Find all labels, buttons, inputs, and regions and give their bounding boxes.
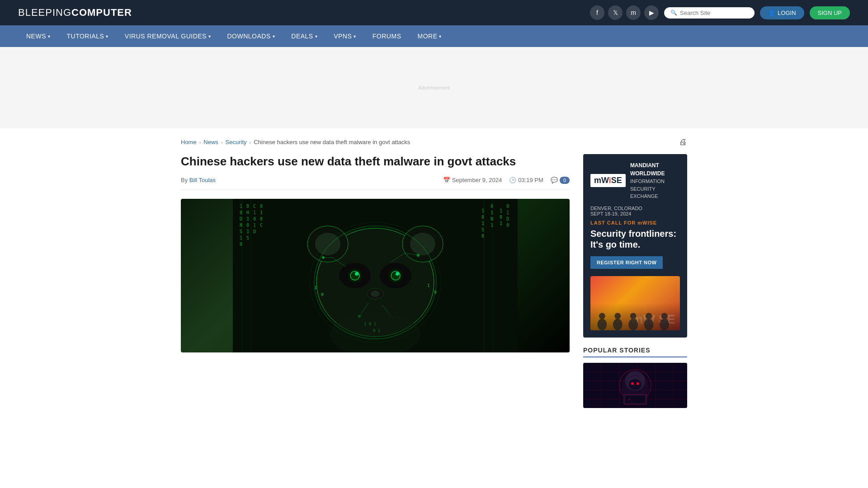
breadcrumb-news[interactable]: News bbox=[203, 139, 218, 145]
facebook-icon[interactable]: f bbox=[590, 5, 604, 20]
svg-text:0: 0 bbox=[246, 223, 249, 228]
main-nav: NEWS ▾ TUTORIALS ▾ VIRUS REMOVAL GUIDES … bbox=[0, 25, 868, 47]
panda-hacker-image: 10DNS10 0H101S C101D 010C 101S0 01N1 101… bbox=[181, 199, 570, 352]
twitter-icon[interactable]: 𝕏 bbox=[608, 5, 623, 20]
svg-text:0: 0 bbox=[506, 223, 509, 228]
svg-text:0: 0 bbox=[246, 204, 249, 209]
breadcrumb-current: Chinese hackers use new data theft malwa… bbox=[254, 139, 410, 145]
svg-point-83 bbox=[646, 313, 652, 319]
chevron-down-icon: ▾ bbox=[48, 34, 51, 39]
svg-text:1: 1 bbox=[500, 208, 502, 213]
svg-text:S: S bbox=[246, 235, 249, 240]
breadcrumb-security[interactable]: Security bbox=[226, 139, 247, 145]
svg-point-81 bbox=[630, 313, 637, 319]
svg-point-82 bbox=[644, 319, 654, 330]
content-wrapper: Home › News › Security › Chinese hackers… bbox=[163, 128, 705, 417]
article-date: 📅 September 9, 2024 bbox=[443, 177, 502, 183]
mwise-graphic: mW SE bbox=[590, 276, 680, 330]
svg-text:1: 1 bbox=[246, 216, 249, 221]
svg-point-80 bbox=[628, 319, 638, 330]
svg-point-54 bbox=[355, 272, 359, 276]
svg-point-100 bbox=[637, 382, 639, 385]
nav-deals[interactable]: DEALS ▾ bbox=[283, 25, 326, 47]
svg-point-76 bbox=[597, 319, 607, 330]
breadcrumb: Home › News › Security › Chinese hackers… bbox=[181, 137, 687, 147]
mwise-event-info: DENVER, COLORADO SEPT 18-19, 2024 bbox=[590, 206, 680, 216]
svg-point-57 bbox=[371, 291, 380, 297]
article-sidebar: mWiSE MANDIANT WORLDWIDE INFORMATION SEC… bbox=[583, 154, 687, 408]
register-button[interactable]: REGISTER RIGHT NOW bbox=[590, 256, 663, 269]
svg-text:0: 0 bbox=[321, 292, 323, 297]
social-icons: f 𝕏 m ▶ bbox=[590, 5, 659, 20]
main-layout: Chinese hackers use new data theft malwa… bbox=[181, 154, 687, 408]
svg-point-52 bbox=[350, 271, 359, 280]
svg-text:1: 1 bbox=[253, 223, 256, 228]
signup-button[interactable]: SIGN UP bbox=[810, 6, 850, 19]
svg-text:1: 1 bbox=[427, 283, 429, 288]
mwise-logo: mWiSE bbox=[590, 174, 626, 187]
meta-right: 📅 September 9, 2024 🕒 03:19 PM 💬 0 bbox=[443, 177, 570, 184]
nav-more[interactable]: MORE ▾ bbox=[409, 25, 450, 47]
logo-bold: COMPUTER bbox=[71, 7, 132, 18]
svg-text:1: 1 bbox=[253, 210, 256, 215]
popular-stories-title: POPULAR STORIES bbox=[583, 347, 687, 357]
youtube-icon[interactable]: ▶ bbox=[644, 5, 659, 20]
nav-news[interactable]: NEWS ▾ bbox=[18, 25, 59, 47]
sidebar-advertisement: mWiSE MANDIANT WORLDWIDE INFORMATION SEC… bbox=[583, 154, 687, 338]
breadcrumb-links: Home › News › Security › Chinese hackers… bbox=[181, 139, 410, 145]
logo-light: BLEEPING bbox=[18, 7, 71, 18]
svg-point-98 bbox=[629, 379, 642, 390]
svg-text:D: D bbox=[253, 229, 256, 234]
author-link[interactable]: Bill Toulas bbox=[189, 177, 216, 183]
svg-point-55 bbox=[396, 272, 399, 276]
article-author: By Bill Toulas bbox=[181, 177, 216, 183]
svg-text:1: 1 bbox=[500, 221, 502, 226]
svg-text:D: D bbox=[506, 216, 509, 221]
nav-virus-removal[interactable]: VIRUS REMOVAL GUIDES ▾ bbox=[117, 25, 219, 47]
svg-text:>_: >_ bbox=[628, 398, 633, 402]
chevron-down-icon: ▾ bbox=[273, 34, 275, 39]
ad-banner: Advertisement bbox=[0, 47, 868, 128]
article-time: 🕒 03:19 PM bbox=[509, 177, 543, 183]
svg-text:0: 0 bbox=[260, 204, 263, 209]
svg-text:1: 1 bbox=[506, 210, 509, 215]
svg-point-99 bbox=[631, 382, 634, 385]
last-call-text: LAST CALL FOR mWISE bbox=[590, 220, 680, 225]
nav-downloads[interactable]: DOWNLOADS ▾ bbox=[219, 25, 283, 47]
user-icon: 👤 bbox=[768, 9, 775, 16]
svg-point-79 bbox=[614, 313, 621, 319]
svg-text:C: C bbox=[260, 223, 263, 228]
print-icon[interactable]: 🖨 bbox=[679, 137, 687, 147]
breadcrumb-sep-2: › bbox=[221, 140, 223, 145]
svg-point-77 bbox=[599, 313, 605, 319]
audience-svg bbox=[590, 303, 680, 330]
svg-text:0: 0 bbox=[500, 215, 502, 220]
clock-icon: 🕒 bbox=[509, 177, 516, 183]
article-comments[interactable]: 💬 0 bbox=[551, 177, 570, 184]
sidebar-ad-headline: Security frontliners: It's go time. bbox=[590, 228, 680, 250]
site-header: BLEEPINGCOMPUTER f 𝕏 m ▶ 🔍 👤 LOGIN SIGN … bbox=[0, 0, 868, 25]
svg-point-53 bbox=[391, 271, 400, 280]
chevron-down-icon: ▾ bbox=[106, 34, 108, 39]
nav-forums[interactable]: FORUMS bbox=[364, 25, 410, 47]
mwise-details: MANDIANT WORLDWIDE INFORMATION SECURITY … bbox=[630, 161, 680, 200]
search-bar: 🔍 bbox=[664, 7, 755, 19]
login-button[interactable]: 👤 LOGIN bbox=[760, 6, 804, 19]
search-input[interactable] bbox=[680, 9, 748, 16]
svg-text:1: 1 bbox=[246, 229, 249, 234]
mastodon-icon[interactable]: m bbox=[626, 5, 641, 20]
comment-icon: 💬 bbox=[551, 177, 558, 183]
nav-tutorials[interactable]: TUTORIALS ▾ bbox=[59, 25, 117, 47]
site-logo[interactable]: BLEEPINGCOMPUTER bbox=[18, 7, 132, 19]
popular-stories: POPULAR STORIES bbox=[583, 347, 687, 408]
search-icon: 🔍 bbox=[670, 9, 677, 16]
svg-point-64 bbox=[322, 256, 325, 259]
svg-text:0: 0 bbox=[506, 204, 509, 209]
nav-vpns[interactable]: VPNS ▾ bbox=[326, 25, 364, 47]
hacker-story-image: >_ bbox=[583, 363, 687, 408]
popular-story-thumb-1[interactable]: >_ bbox=[583, 363, 687, 408]
svg-point-78 bbox=[613, 319, 623, 330]
svg-point-65 bbox=[417, 254, 420, 257]
svg-text:0: 0 bbox=[260, 216, 263, 221]
breadcrumb-home[interactable]: Home bbox=[181, 139, 197, 145]
